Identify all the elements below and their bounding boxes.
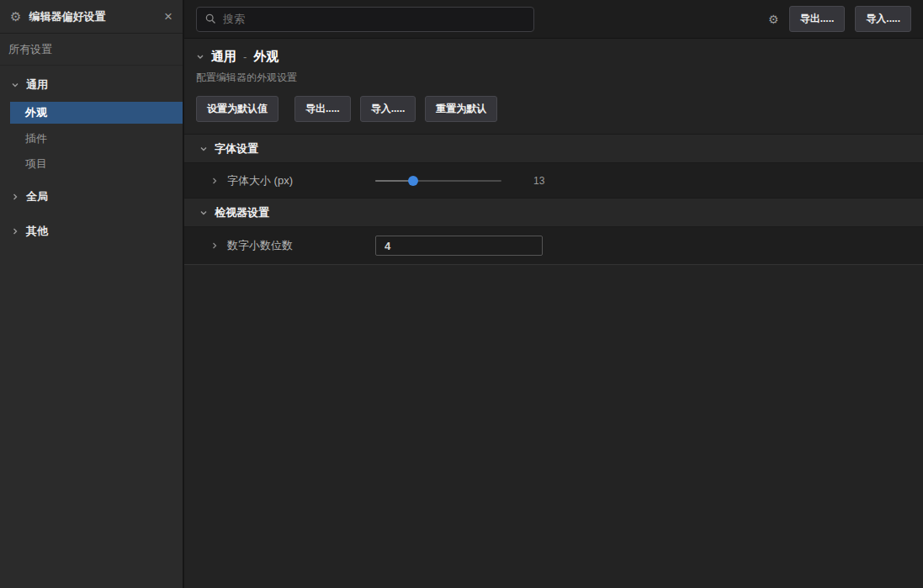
search-input[interactable]	[223, 13, 525, 25]
sidebar-item-label: 通用	[26, 77, 48, 93]
main-panel: ⚙ 导出..... 导入..... 通用 - 外观 配置编辑器的外观设置 设置为…	[184, 0, 923, 588]
sidebar-item-label: 外观	[25, 105, 47, 120]
sidebar-item-general[interactable]: 通用	[0, 71, 183, 99]
chevron-right-icon	[210, 241, 219, 250]
sidebar-item-label: 插件	[25, 131, 47, 146]
export-button[interactable]: 导出.....	[789, 6, 846, 32]
all-settings-label: 所有设置	[8, 42, 52, 57]
font-size-value: 13	[533, 175, 544, 187]
settings-gear-icon[interactable]: ⚙	[768, 13, 779, 25]
chevron-down-icon	[199, 209, 208, 217]
font-size-slider[interactable]	[375, 176, 501, 186]
export-settings-button[interactable]: 导出.....	[294, 96, 351, 122]
setting-label-wrap[interactable]: 字体大小 (px)	[184, 173, 375, 188]
chevron-right-icon	[11, 227, 19, 236]
sidebar-item-all-settings[interactable]: 所有设置	[0, 34, 183, 66]
search-box[interactable]	[196, 7, 534, 32]
sidebar-item-appearance[interactable]: 外观	[10, 102, 183, 124]
dialog-title: 编辑器偏好设置	[29, 9, 156, 24]
set-default-button[interactable]: 设置为默认值	[196, 96, 278, 122]
slider-thumb[interactable]	[408, 176, 418, 186]
sidebar-item-projects[interactable]: 项目	[0, 151, 183, 177]
setting-row-font-size: 字体大小 (px) 13	[184, 163, 923, 198]
chevron-right-icon	[210, 177, 219, 185]
import-settings-button[interactable]: 导入.....	[360, 96, 416, 122]
section-inspector-settings[interactable]: 检视器设置	[184, 198, 923, 227]
section-header-block: 通用 - 外观 配置编辑器的外观设置 设置为默认值 导出..... 导入....…	[184, 39, 923, 134]
setting-label: 字体大小 (px)	[227, 173, 293, 188]
sidebar-item-label: 项目	[25, 156, 47, 172]
settings-content: 通用 - 外观 配置编辑器的外观设置 设置为默认值 导出..... 导入....…	[184, 39, 923, 588]
chevron-right-icon	[11, 193, 19, 201]
reset-default-button[interactable]: 重置为默认	[425, 96, 497, 122]
chevron-down-icon	[196, 52, 204, 61]
search-icon	[205, 13, 216, 24]
settings-tree: 通用 外观 插件 项目 全局 其他	[0, 66, 183, 246]
sidebar-item-label: 其他	[26, 224, 48, 239]
sidebar-item-label: 全局	[26, 189, 48, 204]
sidebar: ⚙ 编辑器偏好设置 × 所有设置 通用 外观 插件 项目	[0, 0, 184, 588]
setting-label: 数字小数位数	[227, 238, 293, 253]
editor-preferences-dialog: ⚙ 编辑器偏好设置 × 所有设置 通用 外观 插件 项目	[0, 0, 923, 588]
close-icon[interactable]: ×	[164, 9, 172, 24]
section-subtitle: 配置编辑器的外观设置	[196, 71, 911, 85]
dialog-titlebar: ⚙ 编辑器偏好设置 ×	[0, 0, 183, 34]
setting-label-wrap[interactable]: 数字小数位数	[184, 238, 375, 253]
breadcrumb-separator: -	[243, 50, 247, 63]
sidebar-item-plugins[interactable]: 插件	[0, 126, 183, 151]
gear-icon: ⚙	[10, 10, 21, 23]
section-title: 字体设置	[215, 141, 258, 156]
header-buttons: 设置为默认值 导出..... 导入..... 重置为默认	[196, 96, 911, 122]
topbar: ⚙ 导出..... 导入.....	[184, 0, 923, 39]
breadcrumb[interactable]: 通用 - 外观	[196, 49, 911, 65]
chevron-down-icon	[11, 81, 19, 89]
decimal-places-input[interactable]	[375, 236, 543, 256]
sidebar-item-global[interactable]: 全局	[0, 183, 183, 211]
page-title: 外观	[253, 49, 278, 65]
setting-row-decimal-places: 数字小数位数	[184, 227, 923, 265]
breadcrumb-parent: 通用	[211, 49, 236, 65]
section-title: 检视器设置	[215, 205, 269, 220]
chevron-down-icon	[199, 145, 208, 153]
sidebar-item-other[interactable]: 其他	[0, 217, 183, 246]
import-button[interactable]: 导入.....	[855, 6, 911, 32]
section-font-settings[interactable]: 字体设置	[184, 134, 923, 163]
empty-content-area	[184, 265, 923, 588]
